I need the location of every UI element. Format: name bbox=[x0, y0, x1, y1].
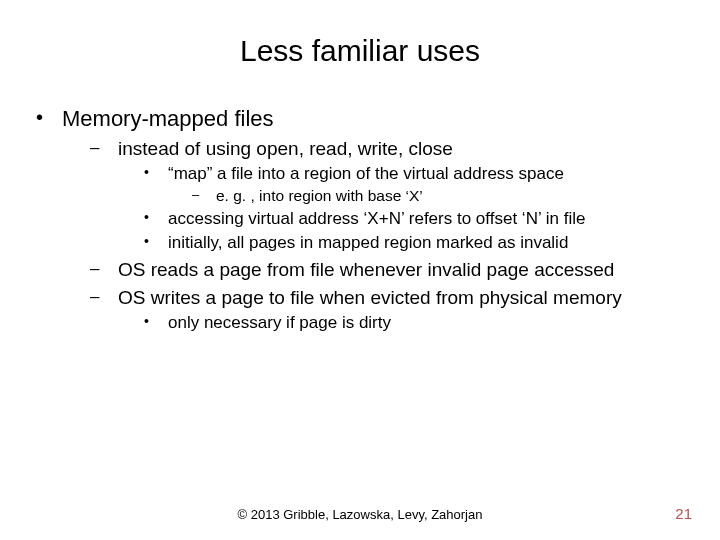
bullet-dash-icon: – bbox=[192, 187, 199, 202]
bullet-disc-icon: • bbox=[36, 106, 43, 129]
bullet-disc-icon: • bbox=[144, 313, 149, 329]
bullet-dash-icon: – bbox=[90, 259, 99, 279]
bullet-text: instead of using open, read, write, clos… bbox=[118, 138, 684, 160]
bullet-dash-icon: – bbox=[90, 287, 99, 307]
bullet-dash-icon: – bbox=[90, 138, 99, 158]
slide-body: • Memory-mapped files – instead of using… bbox=[36, 106, 684, 343]
bullet-disc-icon: • bbox=[144, 233, 149, 249]
bullet-list-l3: • only necessary if page is dirty bbox=[144, 313, 684, 333]
list-item: • accessing virtual address ‘X+N’ refers… bbox=[144, 209, 684, 229]
list-item: – e. g. , into region with base ‘X’ bbox=[192, 187, 684, 205]
list-item: • initially, all pages in mapped region … bbox=[144, 233, 684, 253]
list-item: – instead of using open, read, write, cl… bbox=[90, 138, 684, 253]
list-item: • “map” a file into a region of the virt… bbox=[144, 164, 684, 205]
bullet-text: OS reads a page from file whenever inval… bbox=[118, 259, 684, 281]
bullet-text: e. g. , into region with base ‘X’ bbox=[216, 187, 684, 205]
footer-copyright: © 2013 Gribble, Lazowska, Levy, Zahorjan bbox=[0, 507, 720, 522]
bullet-text: OS writes a page to file when evicted fr… bbox=[118, 287, 684, 309]
bullet-list-l1: • Memory-mapped files – instead of using… bbox=[36, 106, 684, 333]
list-item: – OS reads a page from file whenever inv… bbox=[90, 259, 684, 281]
list-item: – OS writes a page to file when evicted … bbox=[90, 287, 684, 333]
page-number: 21 bbox=[675, 505, 692, 522]
bullet-text: Memory-mapped files bbox=[62, 106, 684, 132]
list-item: • Memory-mapped files – instead of using… bbox=[36, 106, 684, 333]
slide-title: Less familiar uses bbox=[0, 34, 720, 68]
bullet-text: initially, all pages in mapped region ma… bbox=[168, 233, 684, 253]
bullet-list-l2: – instead of using open, read, write, cl… bbox=[90, 138, 684, 333]
bullet-list-l3: • “map” a file into a region of the virt… bbox=[144, 164, 684, 253]
bullet-disc-icon: • bbox=[144, 209, 149, 225]
bullet-disc-icon: • bbox=[144, 164, 149, 180]
list-item: • only necessary if page is dirty bbox=[144, 313, 684, 333]
bullet-text: accessing virtual address ‘X+N’ refers t… bbox=[168, 209, 684, 229]
bullet-text: only necessary if page is dirty bbox=[168, 313, 684, 333]
bullet-text: “map” a file into a region of the virtua… bbox=[168, 164, 684, 184]
bullet-list-l4: – e. g. , into region with base ‘X’ bbox=[192, 187, 684, 205]
slide: Less familiar uses • Memory-mapped files… bbox=[0, 0, 720, 540]
